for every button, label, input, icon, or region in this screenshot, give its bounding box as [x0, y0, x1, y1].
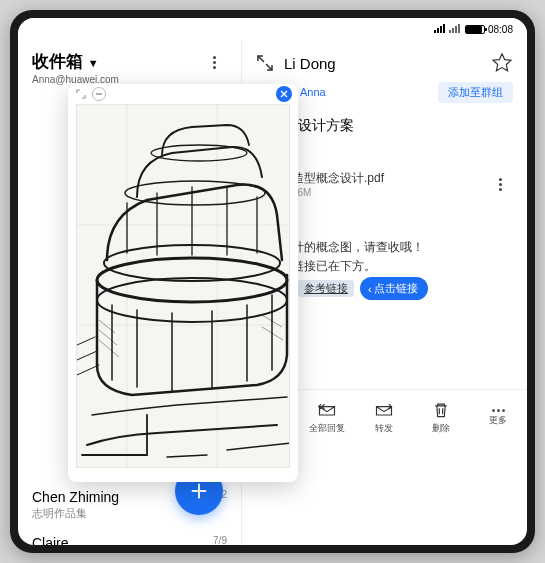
- status-time: 08:08: [488, 24, 513, 35]
- floating-sketch-window[interactable]: [68, 84, 298, 482]
- screen: 08:08 收件箱 ▼ Anna@huawei.com Chen Zhiming: [18, 18, 527, 545]
- status-bar: 08:08: [18, 18, 527, 40]
- inbox-title: 收件箱: [32, 52, 83, 71]
- add-to-group-button[interactable]: 添加至群组: [438, 82, 513, 103]
- fullscreen-icon[interactable]: [256, 54, 274, 72]
- expand-icon[interactable]: [74, 87, 88, 101]
- plus-icon: [188, 480, 210, 502]
- forward-icon: [374, 400, 394, 420]
- signal-icon-2: [448, 23, 460, 35]
- reference-link[interactable]: 参考链接: [298, 280, 354, 297]
- list-item-sub: 志明作品集: [32, 506, 119, 521]
- more-button[interactable]: 更多: [470, 390, 527, 445]
- more-dots-icon: [492, 409, 505, 412]
- recipient-name[interactable]: Anna: [300, 86, 326, 98]
- list-item-date: 7/9: [213, 535, 227, 545]
- reply-all-button[interactable]: 全部回复: [299, 390, 356, 445]
- sketch-image: [76, 104, 290, 468]
- device-frame: 08:08 收件箱 ▼ Anna@huawei.com Chen Zhiming: [10, 10, 535, 553]
- list-item[interactable]: Claire 7/9: [18, 531, 241, 545]
- attachment-size: 16M: [292, 187, 384, 198]
- minimize-icon[interactable]: [92, 87, 106, 101]
- mail-sender: Li Dong: [284, 55, 481, 72]
- popup-titlebar[interactable]: [68, 84, 298, 104]
- mail-header: Li Dong: [242, 40, 527, 82]
- attachment-name: 造型概念设计.pdf: [292, 170, 384, 187]
- svg-rect-2: [77, 105, 290, 468]
- list-item-name: Claire: [32, 535, 69, 545]
- close-icon[interactable]: [276, 86, 292, 102]
- click-link-button[interactable]: ‹ 点击链接: [360, 277, 428, 300]
- more-menu-icon[interactable]: [203, 50, 227, 74]
- star-icon[interactable]: [491, 52, 513, 74]
- forward-button[interactable]: 转发: [356, 390, 413, 445]
- trash-icon: [431, 400, 451, 420]
- attachment-more-icon[interactable]: [489, 172, 513, 196]
- signal-icon: [433, 23, 445, 35]
- reply-all-icon: [317, 400, 337, 420]
- delete-button[interactable]: 删除: [413, 390, 470, 445]
- list-item-name: Chen Zhiming: [32, 489, 119, 505]
- battery-icon: [465, 25, 485, 34]
